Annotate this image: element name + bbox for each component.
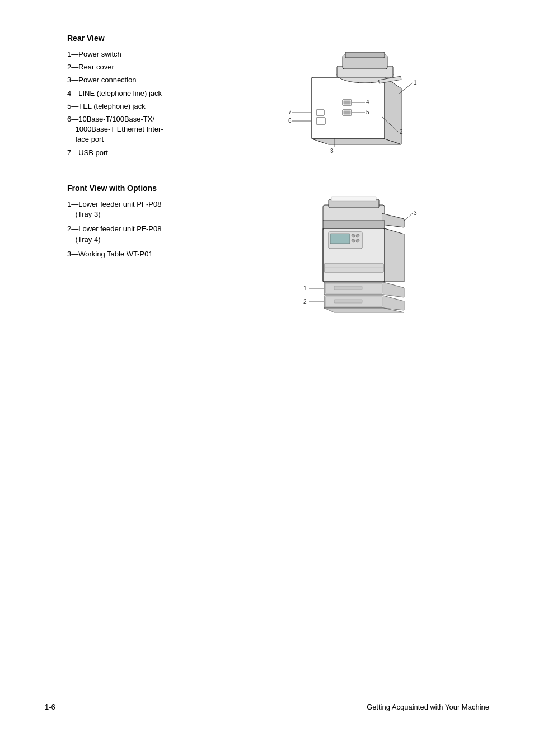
svg-rect-16 (316, 118, 325, 124)
svg-text:1: 1 (414, 80, 417, 86)
rear-view-svg: 4 5 7 6 (278, 49, 424, 161)
list-item: 1—Power switch (67, 49, 202, 59)
rear-view-list: 1—Power switch 2—Rear cover 3—Power conn… (67, 49, 202, 161)
rear-view-title: Rear View (67, 34, 489, 43)
svg-text:4: 4 (366, 99, 369, 105)
front-view-list: 1—Lower feeder unit PF-P08 (Tray 3) 2—Lo… (67, 199, 202, 262)
svg-rect-10 (344, 111, 350, 114)
list-item: 6—10Base-T/100Base-TX/ 1000Base-T Ethern… (67, 114, 202, 145)
svg-rect-44 (334, 300, 362, 303)
page: Rear View 1—Power switch 2—Rear cover 3—… (0, 0, 534, 756)
svg-text:3: 3 (330, 148, 334, 154)
svg-text:5: 5 (366, 109, 369, 115)
list-item: 4—LINE (telephone line) jack (67, 88, 202, 99)
svg-text:1: 1 (303, 285, 307, 291)
svg-rect-28 (331, 197, 376, 201)
svg-rect-37 (324, 264, 383, 272)
svg-point-34 (356, 234, 359, 237)
svg-rect-6 (344, 101, 350, 104)
svg-rect-0 (312, 77, 385, 139)
footer-title: Getting Acquainted with Your Machine (367, 703, 489, 711)
list-item: 2—Rear cover (67, 62, 202, 72)
svg-point-35 (352, 239, 355, 242)
svg-rect-13 (316, 110, 324, 115)
svg-rect-4 (345, 52, 385, 58)
list-item: 3—Power connection (67, 75, 202, 85)
svg-rect-41 (334, 286, 362, 290)
svg-rect-32 (330, 234, 350, 244)
front-view-diagram: 3 1 2 (213, 199, 489, 323)
list-item: 7—USB port (67, 148, 202, 158)
svg-text:2: 2 (400, 129, 403, 135)
front-view-content: 1—Lower feeder unit PF-P08 (Tray 3) 2—Lo… (67, 199, 489, 323)
rear-view-diagram: 4 5 7 6 (213, 49, 489, 161)
list-item: 5—TEL (telephone) jack (67, 101, 202, 111)
svg-text:3: 3 (414, 210, 417, 216)
front-view-section: Front View with Options 1—Lower feeder u… (67, 184, 489, 323)
page-number: 1-6 (45, 703, 55, 711)
svg-text:2: 2 (303, 298, 307, 305)
svg-point-36 (356, 239, 359, 242)
front-view-title: Front View with Options (67, 184, 489, 193)
svg-point-33 (352, 234, 355, 237)
front-view-svg: 3 1 2 (284, 199, 418, 323)
list-item: 2—Lower feeder unit PF-P08 (Tray 4) (67, 224, 202, 244)
rear-view-content: 1—Power switch 2—Rear cover 3—Power conn… (67, 49, 489, 161)
rear-view-section: Rear View 1—Power switch 2—Rear cover 3—… (67, 34, 489, 161)
list-item: 3—Working Table WT-P01 (67, 249, 202, 259)
svg-text:7: 7 (288, 109, 292, 115)
list-item: 1—Lower feeder unit PF-P08 (Tray 3) (67, 199, 202, 220)
footer: 1-6 Getting Acquainted with Your Machine (45, 698, 489, 711)
svg-text:6: 6 (288, 118, 292, 124)
svg-line-45 (404, 213, 413, 221)
svg-rect-29 (323, 221, 385, 229)
